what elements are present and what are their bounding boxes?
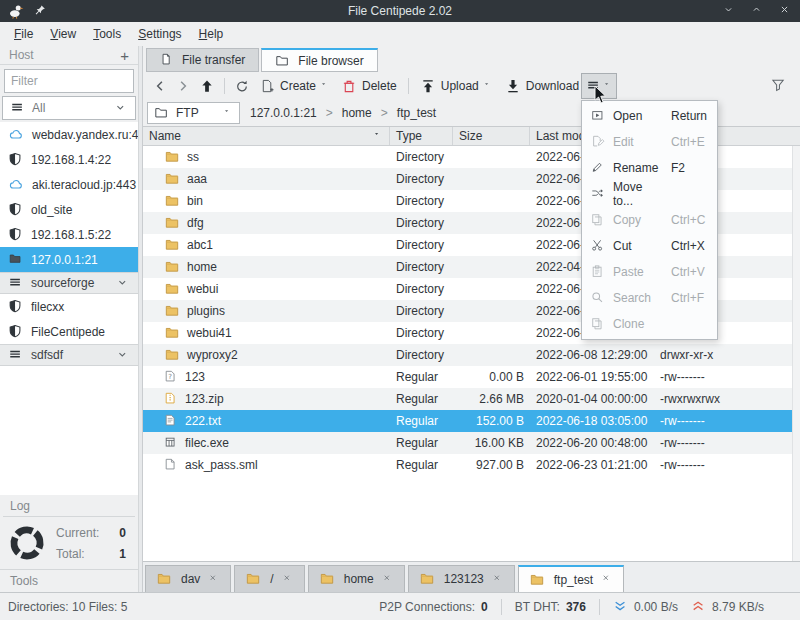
folder-icon	[319, 572, 335, 586]
menu-view[interactable]: View	[46, 25, 80, 43]
cloud-icon	[8, 178, 24, 192]
filter-input[interactable]	[4, 69, 134, 93]
host-item[interactable]: old_site	[0, 197, 138, 222]
close-tab-icon[interactable]	[283, 574, 294, 585]
back-button[interactable]	[149, 76, 172, 97]
column-header-name[interactable]: Name	[143, 127, 390, 145]
divider	[408, 78, 409, 94]
folder-icon	[164, 238, 180, 252]
forward-button[interactable]	[172, 76, 195, 97]
minimize-button[interactable]	[724, 5, 736, 17]
host-item[interactable]: webdav.yandex.ru:443	[0, 122, 138, 147]
breadcrumb-segment[interactable]: 127.0.0.1:21	[250, 106, 317, 120]
close-tab-icon[interactable]	[602, 574, 613, 585]
breadcrumb-segment[interactable]: home	[342, 106, 372, 120]
host-item[interactable]: aki.teracloud.jp:443	[0, 172, 138, 197]
progress-donut-icon	[8, 524, 46, 562]
context-menu-item-move-to-[interactable]: Move to...	[582, 181, 717, 207]
upload-button[interactable]: Upload	[414, 76, 499, 97]
rename-icon	[591, 161, 605, 175]
file-row[interactable]: ?123Regular0.00 B2022-06-01 19:55:00-rw-…	[143, 366, 800, 388]
up-button[interactable]	[195, 76, 219, 97]
add-host-button[interactable]: +	[120, 48, 129, 63]
tab-file-browser[interactable]: File browser	[261, 48, 377, 72]
column-header-size[interactable]: Size	[453, 127, 530, 145]
column-header-type[interactable]: Type	[390, 127, 453, 145]
filter-funnel-icon[interactable]	[771, 78, 786, 93]
file-row[interactable]: filec.exeRegular16.00 KB2022-06-20 00:48…	[143, 432, 800, 454]
p2p-connections-value: 0	[481, 600, 488, 614]
divider	[599, 599, 600, 615]
file-row[interactable]: 222.txtRegular152.00 B2022-06-18 03:05:0…	[143, 410, 800, 432]
host-item[interactable]: filecxx	[0, 294, 138, 319]
maximize-button[interactable]	[752, 5, 764, 17]
search-icon	[591, 291, 605, 305]
delete-button[interactable]: Delete	[336, 76, 403, 97]
location-tab[interactable]: dav	[145, 565, 231, 592]
location-tab[interactable]: 123123	[408, 565, 515, 592]
host-item[interactable]: FileCentipede	[0, 319, 138, 344]
host-group-sdfsdf[interactable]: sdfsdf	[0, 344, 138, 366]
close-button[interactable]	[780, 5, 792, 17]
breadcrumb-separator: >	[326, 106, 333, 120]
file-row[interactable]: ask_pass.smlRegular927.00 B2022-06-23 01…	[143, 454, 800, 476]
svg-text:?: ?	[168, 373, 172, 381]
create-button[interactable]: Create	[254, 76, 336, 97]
close-tab-icon[interactable]	[209, 574, 220, 585]
bt-dht-value: 376	[566, 600, 586, 614]
menu-tools[interactable]: Tools	[89, 25, 125, 43]
shield-icon	[8, 299, 23, 314]
total-value: 1	[119, 547, 126, 561]
breadcrumb-separator: >	[381, 106, 388, 120]
host-item[interactable]: 192.168.1.4:22	[0, 147, 138, 172]
file-icon	[160, 53, 174, 67]
host-group-sourceforge[interactable]: sourceforge	[0, 272, 138, 294]
close-tab-icon[interactable]	[493, 574, 504, 585]
file-row[interactable]: 123.zipRegular2.66 MB2020-01-04 00:00:00…	[143, 388, 800, 410]
context-menu-item-open[interactable]: OpenReturn	[582, 103, 717, 129]
location-tab[interactable]: home	[308, 565, 405, 592]
host-item[interactable]: 127.0.0.1:21	[0, 247, 138, 272]
p2p-connections-label: P2P Connections:	[379, 600, 475, 614]
folder-outline-icon	[154, 106, 169, 120]
menu-settings[interactable]: Settings	[134, 25, 185, 43]
vertical-scrollbar[interactable]	[792, 146, 800, 561]
close-tab-icon[interactable]	[383, 574, 394, 585]
location-tab[interactable]: ftp_test	[518, 565, 624, 592]
folder-icon	[164, 216, 180, 230]
protocol-label: FTP	[176, 106, 217, 120]
refresh-button[interactable]	[230, 76, 254, 97]
divider	[224, 78, 225, 94]
host-item[interactable]: 192.168.1.5:22	[0, 222, 138, 247]
copy-icon	[591, 213, 605, 227]
context-menu: OpenReturnEditCtrl+ERenameF2Move to...Co…	[581, 100, 718, 340]
menu-help[interactable]: Help	[195, 25, 228, 43]
group-filter-select[interactable]: All	[2, 96, 136, 120]
duck-icon	[8, 3, 24, 19]
file-text-icon	[164, 414, 178, 428]
file-question-icon: ?	[164, 370, 178, 384]
mouse-cursor	[594, 85, 607, 104]
protocol-select[interactable]: FTP	[147, 102, 240, 124]
chev-left-icon	[153, 79, 168, 94]
hamburger-icon	[8, 276, 23, 290]
folder-icon	[164, 326, 180, 340]
current-label: Current:	[56, 526, 99, 540]
location-tab[interactable]: /	[234, 565, 304, 592]
host-panel: Host + All webdav.yandex.ru:443192.168.1…	[0, 46, 138, 592]
caret-icon	[321, 82, 330, 90]
hamburger-icon	[10, 101, 25, 115]
tab-file-transfer[interactable]: File transfer	[146, 48, 259, 72]
context-menu-item-rename[interactable]: RenameF2	[582, 155, 717, 181]
folder-icon	[164, 282, 180, 296]
folder-icon	[245, 572, 261, 586]
context-menu-item-cut[interactable]: CutCtrl+X	[582, 233, 717, 259]
download-button[interactable]: Download	[499, 76, 585, 97]
upload-speed-value: 8.79 KB/s	[712, 600, 764, 614]
caret-icon	[224, 109, 233, 117]
breadcrumb-segment[interactable]: ftp_test	[397, 106, 436, 120]
file-row[interactable]: wyproxy2Directory2022-06-08 12:29:00drwx…	[143, 344, 800, 366]
menu-file[interactable]: File	[10, 25, 37, 43]
file-exe-icon	[164, 436, 178, 450]
total-label: Total:	[56, 547, 85, 561]
